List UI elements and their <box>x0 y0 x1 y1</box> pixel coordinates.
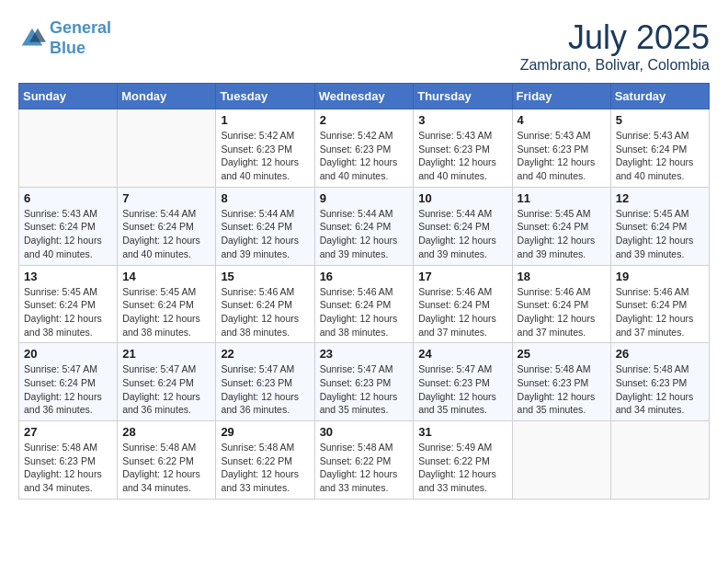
day-info: Sunrise: 5:45 AM Sunset: 6:24 PM Dayligh… <box>616 207 704 261</box>
calendar-cell: 16Sunrise: 5:46 AM Sunset: 6:24 PM Dayli… <box>314 265 414 343</box>
day-info: Sunrise: 5:43 AM Sunset: 6:23 PM Dayligh… <box>518 129 606 183</box>
calendar-cell: 7Sunrise: 5:44 AM Sunset: 6:24 PM Daylig… <box>118 187 216 265</box>
day-info: Sunrise: 5:47 AM Sunset: 6:23 PM Dayligh… <box>221 362 309 417</box>
calendar-week-row: 27Sunrise: 5:48 AM Sunset: 6:23 PM Dayli… <box>19 421 710 500</box>
day-number: 12 <box>616 191 704 205</box>
location: Zambrano, Bolivar, Colombia <box>520 57 710 74</box>
calendar-cell: 30Sunrise: 5:48 AM Sunset: 6:22 PM Dayli… <box>314 421 414 500</box>
day-info: Sunrise: 5:43 AM Sunset: 6:23 PM Dayligh… <box>418 129 506 183</box>
day-number: 22 <box>221 347 309 361</box>
calendar-cell: 5Sunrise: 5:43 AM Sunset: 6:24 PM Daylig… <box>610 109 709 188</box>
day-info: Sunrise: 5:45 AM Sunset: 6:24 PM Dayligh… <box>24 285 112 339</box>
day-number: 28 <box>122 425 210 439</box>
day-number: 6 <box>24 191 112 205</box>
logo-line2: Blue <box>50 39 85 57</box>
calendar-cell <box>610 421 709 500</box>
day-info: Sunrise: 5:43 AM Sunset: 6:24 PM Dayligh… <box>24 207 112 261</box>
title-block: July 2025 Zambrano, Bolivar, Colombia <box>520 18 710 74</box>
calendar-cell: 27Sunrise: 5:48 AM Sunset: 6:23 PM Dayli… <box>19 421 118 500</box>
day-info: Sunrise: 5:46 AM Sunset: 6:24 PM Dayligh… <box>221 285 309 339</box>
day-info: Sunrise: 5:48 AM Sunset: 6:23 PM Dayligh… <box>518 362 606 417</box>
day-info: Sunrise: 5:44 AM Sunset: 6:24 PM Dayligh… <box>221 207 309 261</box>
day-number: 4 <box>518 113 606 127</box>
calendar-cell: 10Sunrise: 5:44 AM Sunset: 6:24 PM Dayli… <box>414 187 512 265</box>
calendar-cell: 25Sunrise: 5:48 AM Sunset: 6:23 PM Dayli… <box>512 343 610 421</box>
day-number: 31 <box>418 425 506 439</box>
day-number: 13 <box>24 270 112 283</box>
calendar-cell: 31Sunrise: 5:49 AM Sunset: 6:22 PM Dayli… <box>414 421 512 500</box>
day-number: 10 <box>418 191 506 205</box>
calendar-table: SundayMondayTuesdayWednesdayThursdayFrid… <box>18 83 710 500</box>
calendar-cell: 20Sunrise: 5:47 AM Sunset: 6:24 PM Dayli… <box>19 343 118 421</box>
day-number: 26 <box>616 347 704 361</box>
calendar-week-row: 13Sunrise: 5:45 AM Sunset: 6:24 PM Dayli… <box>19 265 710 343</box>
logo-icon <box>18 25 46 52</box>
calendar-cell: 6Sunrise: 5:43 AM Sunset: 6:24 PM Daylig… <box>19 187 118 265</box>
day-info: Sunrise: 5:44 AM Sunset: 6:24 PM Dayligh… <box>122 207 210 261</box>
calendar-cell: 23Sunrise: 5:47 AM Sunset: 6:23 PM Dayli… <box>314 343 414 421</box>
day-number: 29 <box>221 425 309 439</box>
calendar-cell: 4Sunrise: 5:43 AM Sunset: 6:23 PM Daylig… <box>512 109 610 188</box>
day-number: 19 <box>616 270 704 283</box>
calendar-cell: 24Sunrise: 5:47 AM Sunset: 6:23 PM Dayli… <box>414 343 512 421</box>
day-info: Sunrise: 5:47 AM Sunset: 6:23 PM Dayligh… <box>418 362 506 417</box>
day-info: Sunrise: 5:45 AM Sunset: 6:24 PM Dayligh… <box>122 285 210 339</box>
calendar-cell: 8Sunrise: 5:44 AM Sunset: 6:24 PM Daylig… <box>216 187 314 265</box>
day-number: 2 <box>320 113 409 127</box>
day-number: 3 <box>418 113 506 127</box>
day-info: Sunrise: 5:48 AM Sunset: 6:22 PM Dayligh… <box>122 441 210 495</box>
calendar-cell: 3Sunrise: 5:43 AM Sunset: 6:23 PM Daylig… <box>414 109 512 188</box>
day-number: 9 <box>320 191 409 205</box>
day-number: 8 <box>221 191 309 205</box>
weekday-header: Sunday <box>19 84 118 109</box>
day-info: Sunrise: 5:44 AM Sunset: 6:24 PM Dayligh… <box>320 207 409 261</box>
day-info: Sunrise: 5:48 AM Sunset: 6:22 PM Dayligh… <box>221 441 309 495</box>
day-info: Sunrise: 5:47 AM Sunset: 6:24 PM Dayligh… <box>24 362 112 417</box>
day-info: Sunrise: 5:42 AM Sunset: 6:23 PM Dayligh… <box>320 129 409 183</box>
calendar-cell: 26Sunrise: 5:48 AM Sunset: 6:23 PM Dayli… <box>610 343 709 421</box>
day-info: Sunrise: 5:48 AM Sunset: 6:23 PM Dayligh… <box>24 441 112 495</box>
calendar-cell: 15Sunrise: 5:46 AM Sunset: 6:24 PM Dayli… <box>216 265 314 343</box>
day-info: Sunrise: 5:49 AM Sunset: 6:22 PM Dayligh… <box>418 441 506 495</box>
day-number: 15 <box>221 270 309 283</box>
day-info: Sunrise: 5:45 AM Sunset: 6:24 PM Dayligh… <box>518 207 606 261</box>
day-info: Sunrise: 5:46 AM Sunset: 6:24 PM Dayligh… <box>320 285 409 339</box>
day-number: 5 <box>616 113 704 127</box>
day-info: Sunrise: 5:48 AM Sunset: 6:22 PM Dayligh… <box>320 441 409 495</box>
calendar-cell: 29Sunrise: 5:48 AM Sunset: 6:22 PM Dayli… <box>216 421 314 500</box>
day-number: 21 <box>122 347 210 361</box>
day-number: 24 <box>418 347 506 361</box>
day-number: 7 <box>122 191 210 205</box>
day-number: 16 <box>320 270 409 283</box>
day-info: Sunrise: 5:42 AM Sunset: 6:23 PM Dayligh… <box>221 129 309 183</box>
logo: General Blue <box>18 18 111 58</box>
month-title: July 2025 <box>520 18 710 57</box>
day-info: Sunrise: 5:44 AM Sunset: 6:24 PM Dayligh… <box>418 207 506 261</box>
day-info: Sunrise: 5:46 AM Sunset: 6:24 PM Dayligh… <box>418 285 506 339</box>
day-number: 11 <box>518 191 606 205</box>
calendar-cell: 19Sunrise: 5:46 AM Sunset: 6:24 PM Dayli… <box>610 265 709 343</box>
calendar-week-row: 6Sunrise: 5:43 AM Sunset: 6:24 PM Daylig… <box>19 187 710 265</box>
day-info: Sunrise: 5:46 AM Sunset: 6:24 PM Dayligh… <box>616 285 704 339</box>
day-info: Sunrise: 5:48 AM Sunset: 6:23 PM Dayligh… <box>616 362 704 417</box>
calendar-cell: 11Sunrise: 5:45 AM Sunset: 6:24 PM Dayli… <box>512 187 610 265</box>
weekday-header: Thursday <box>414 84 512 109</box>
calendar-cell: 13Sunrise: 5:45 AM Sunset: 6:24 PM Dayli… <box>19 265 118 343</box>
day-number: 1 <box>221 113 309 127</box>
page-header: General Blue July 2025 Zambrano, Bolivar… <box>18 18 710 74</box>
calendar-header-row: SundayMondayTuesdayWednesdayThursdayFrid… <box>19 84 710 109</box>
day-number: 23 <box>320 347 409 361</box>
calendar-cell <box>118 109 216 188</box>
calendar-cell: 14Sunrise: 5:45 AM Sunset: 6:24 PM Dayli… <box>118 265 216 343</box>
logo-line1: General <box>50 18 111 37</box>
calendar-cell: 21Sunrise: 5:47 AM Sunset: 6:24 PM Dayli… <box>118 343 216 421</box>
weekday-header: Saturday <box>610 84 709 109</box>
calendar-week-row: 1Sunrise: 5:42 AM Sunset: 6:23 PM Daylig… <box>19 109 710 188</box>
calendar-cell: 12Sunrise: 5:45 AM Sunset: 6:24 PM Dayli… <box>610 187 709 265</box>
calendar-cell: 17Sunrise: 5:46 AM Sunset: 6:24 PM Dayli… <box>414 265 512 343</box>
logo-text: General Blue <box>50 18 111 58</box>
day-info: Sunrise: 5:43 AM Sunset: 6:24 PM Dayligh… <box>616 129 704 183</box>
calendar-cell: 28Sunrise: 5:48 AM Sunset: 6:22 PM Dayli… <box>118 421 216 500</box>
calendar-cell: 2Sunrise: 5:42 AM Sunset: 6:23 PM Daylig… <box>314 109 414 188</box>
day-number: 30 <box>320 425 409 439</box>
